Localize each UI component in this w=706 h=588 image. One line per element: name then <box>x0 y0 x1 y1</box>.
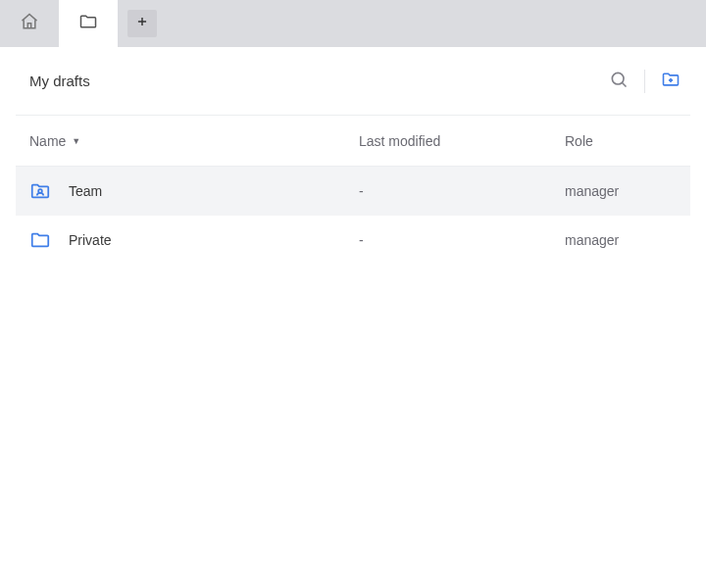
row-modified: - <box>359 232 364 248</box>
table-header: Name ▼ Last modified Role <box>16 116 690 167</box>
content-area: My drafts <box>0 47 706 265</box>
home-icon <box>20 12 39 35</box>
column-header-name[interactable]: Name ▼ <box>29 133 80 149</box>
folder-icon <box>78 12 98 35</box>
column-header-role[interactable]: Role <box>565 133 593 149</box>
row-role: manager <box>565 232 619 248</box>
svg-point-0 <box>612 73 624 84</box>
table-row[interactable]: Private - manager <box>16 216 690 265</box>
row-name: Team <box>69 183 102 199</box>
new-tab-button[interactable] <box>127 10 157 37</box>
header-actions <box>599 62 690 101</box>
new-folder-icon <box>661 70 681 93</box>
row-modified: - <box>359 183 364 199</box>
page-title: My drafts <box>16 73 599 89</box>
table-row[interactable]: Team - manager <box>16 167 690 216</box>
sort-descending-icon: ▼ <box>72 136 80 146</box>
column-header-modified[interactable]: Last modified <box>359 133 440 149</box>
plus-icon <box>135 15 149 32</box>
column-label: Last modified <box>359 133 440 149</box>
page-header: My drafts <box>16 47 690 116</box>
row-role: manager <box>565 183 619 199</box>
new-folder-button[interactable] <box>651 62 690 101</box>
search-icon <box>609 70 629 93</box>
row-name: Private <box>69 232 112 248</box>
column-label: Name <box>29 133 66 149</box>
divider <box>644 70 645 93</box>
team-folder-icon <box>29 180 51 202</box>
tab-home[interactable] <box>0 0 59 47</box>
folder-icon <box>29 229 51 251</box>
search-button[interactable] <box>599 62 638 101</box>
tab-bar <box>0 0 706 47</box>
column-label: Role <box>565 133 593 149</box>
file-table: Name ▼ Last modified Role <box>16 116 690 265</box>
tab-files[interactable] <box>59 0 118 47</box>
